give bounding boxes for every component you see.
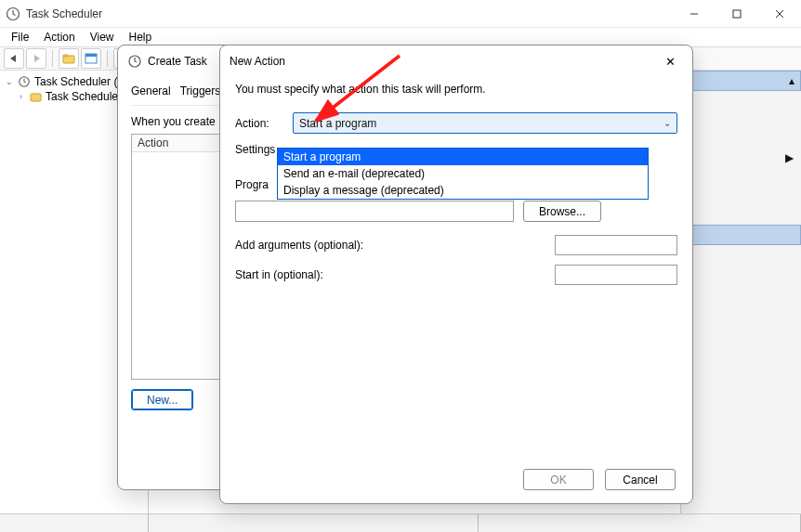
- create-task-title: Create Task: [148, 55, 207, 68]
- tree-child-label: Task Schedule: [46, 90, 118, 103]
- svg-rect-9: [31, 94, 41, 101]
- menubar: File Action View Help: [0, 28, 801, 46]
- back-button[interactable]: [4, 48, 24, 69]
- collapse-up-icon[interactable]: ▴: [789, 74, 794, 87]
- actions-header: ▴: [681, 71, 801, 91]
- menu-view[interactable]: View: [83, 29, 122, 45]
- action-dropdown-list: Start a program Send an e-mail (deprecat…: [277, 148, 649, 200]
- new-action-titlebar: New Action ✕: [220, 45, 692, 77]
- menu-help[interactable]: Help: [122, 29, 160, 45]
- action-combobox[interactable]: Start a program ⌄: [293, 112, 677, 134]
- option-display-message[interactable]: Display a message (deprecated): [278, 182, 648, 199]
- maximize-button[interactable]: [716, 0, 758, 28]
- tab-general[interactable]: General: [131, 83, 171, 99]
- option-start-a-program[interactable]: Start a program: [278, 149, 648, 165]
- start-in-input[interactable]: [555, 265, 677, 285]
- chevron-down-icon: ⌄: [4, 77, 14, 86]
- action-selected-value: Start a program: [299, 117, 376, 130]
- start-in-label: Start in (optional):: [235, 268, 545, 281]
- action-label: Action:: [235, 117, 283, 130]
- svg-rect-3: [63, 55, 68, 57]
- new-action-close-button[interactable]: ✕: [657, 48, 683, 74]
- forward-button[interactable]: [26, 48, 46, 69]
- program-script-input[interactable]: [235, 201, 514, 222]
- option-send-email[interactable]: Send an e-mail (deprecated): [278, 165, 648, 182]
- close-button[interactable]: [758, 0, 801, 28]
- window-title: Task Scheduler: [26, 7, 102, 20]
- task-scheduler-icon: [6, 6, 20, 21]
- menu-action[interactable]: Action: [36, 29, 82, 45]
- cancel-button[interactable]: Cancel: [605, 469, 676, 490]
- minimize-button[interactable]: [673, 0, 716, 28]
- new-action-instruction: You must specify what action this task w…: [235, 81, 677, 112]
- chevron-down-icon: ⌄: [663, 118, 671, 128]
- new-action-title: New Action: [230, 55, 285, 68]
- svg-rect-5: [85, 54, 97, 57]
- add-arguments-input[interactable]: [555, 235, 677, 255]
- actions-pane: ▴ ▶: [680, 71, 801, 513]
- tab-triggers[interactable]: Triggers: [180, 83, 221, 99]
- new-action-dialog: New Action ✕ You must specify what actio…: [219, 45, 693, 504]
- toolbar-window-icon[interactable]: [81, 48, 101, 69]
- scroll-right-icon[interactable]: ▶: [785, 151, 794, 164]
- ok-button[interactable]: OK: [523, 469, 594, 490]
- tree-root-label: Task Scheduler (L: [34, 75, 124, 88]
- toolbar-folder-icon[interactable]: [59, 48, 79, 69]
- chevron-right-icon: ›: [16, 92, 26, 101]
- add-arguments-label: Add arguments (optional):: [235, 239, 545, 252]
- svg-rect-1: [733, 10, 741, 18]
- new-button[interactable]: New...: [131, 389, 193, 410]
- statusbar: [0, 513, 801, 532]
- menu-file[interactable]: File: [4, 29, 36, 45]
- browse-button[interactable]: Browse...: [523, 201, 601, 222]
- titlebar: Task Scheduler: [0, 0, 801, 28]
